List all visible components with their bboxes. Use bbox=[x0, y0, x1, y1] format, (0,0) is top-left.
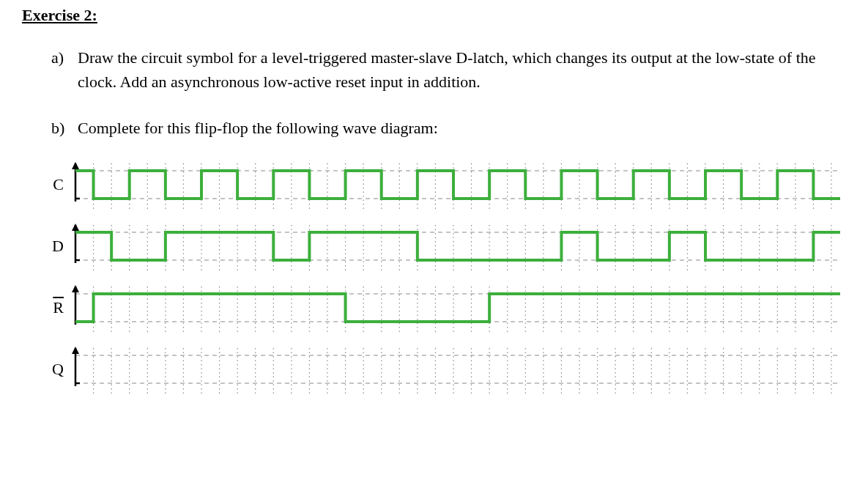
wave-plot bbox=[70, 285, 846, 332]
signal-trace bbox=[75, 171, 840, 199]
signal-trace bbox=[75, 232, 840, 260]
item-text: Draw the circuit symbol for a level-trig… bbox=[78, 45, 846, 94]
item-marker: b) bbox=[51, 116, 78, 140]
wave-label: C bbox=[44, 162, 70, 194]
wave-plot bbox=[70, 162, 846, 209]
list-item-a: a) Draw the circuit symbol for a level-t… bbox=[51, 45, 846, 94]
wave-plot bbox=[70, 223, 846, 270]
wave-plot bbox=[70, 347, 846, 393]
svg-marker-186 bbox=[72, 347, 79, 354]
wave-row: D bbox=[44, 223, 846, 270]
svg-marker-139 bbox=[72, 285, 79, 292]
wave-label: R bbox=[44, 285, 70, 317]
wave-row: Q bbox=[44, 347, 846, 393]
signal-trace bbox=[75, 294, 840, 322]
wave-row: C bbox=[44, 162, 846, 209]
wave-label: Q bbox=[44, 347, 70, 379]
list-item-b: b) Complete for this flip-flop the follo… bbox=[51, 116, 846, 140]
item-marker: a) bbox=[51, 45, 78, 94]
wave-label: D bbox=[44, 223, 70, 256]
exercise-page: Exercise 2: a) Draw the circuit symbol f… bbox=[0, 0, 868, 430]
exercise-list: a) Draw the circuit symbol for a level-t… bbox=[51, 45, 846, 140]
exercise-title: Exercise 2: bbox=[22, 6, 846, 25]
svg-marker-92 bbox=[72, 223, 79, 231]
item-text: Complete for this flip-flop the followin… bbox=[78, 116, 846, 140]
wave-diagram: CDRQ bbox=[44, 162, 846, 393]
wave-row: R bbox=[44, 285, 846, 332]
svg-marker-45 bbox=[72, 162, 79, 169]
